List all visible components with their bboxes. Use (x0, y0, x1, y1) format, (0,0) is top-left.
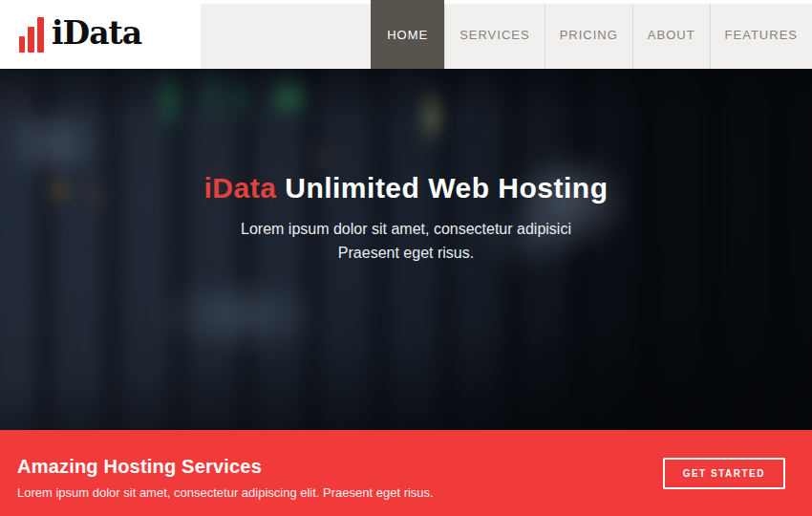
hero-subtitle-line-2: Praesent eget risus. (0, 241, 812, 265)
hero-title: iData Unlimited Web Hosting (0, 172, 812, 204)
nav-item-pricing[interactable]: PRICING (545, 0, 632, 69)
cta-heading: Amazing Hosting Services (17, 456, 434, 478)
hero-section: iData Unlimited Web Hosting Lorem ipsum … (0, 69, 812, 430)
hero-content: iData Unlimited Web Hosting Lorem ipsum … (0, 69, 812, 265)
main-nav: HOME SERVICES PRICING ABOUT FEATURES (201, 0, 812, 69)
get-started-button[interactable]: GET STARTED (663, 458, 785, 489)
cta-copy: Lorem ipsum dolor sit amet, consectetur … (17, 485, 434, 500)
nav-item-home[interactable]: HOME (371, 0, 444, 69)
hero-title-rest: Unlimited Web Hosting (276, 172, 608, 204)
page: iData HOME SERVICES PRICING ABOUT FEATUR… (0, 0, 812, 516)
bar-chart-logo-icon (19, 16, 44, 54)
nav-item-services[interactable]: SERVICES (444, 0, 545, 69)
hero-subtitle: Lorem ipsum dolor sit amet, consectetur … (0, 217, 812, 265)
nav-item-about[interactable]: ABOUT (632, 0, 710, 69)
nav-item-features[interactable]: FEATURES (710, 0, 812, 69)
cta-banner: Amazing Hosting Services Lorem ipsum dol… (0, 430, 812, 516)
hero-title-accent: iData (204, 172, 277, 204)
site-header: iData HOME SERVICES PRICING ABOUT FEATUR… (0, 0, 812, 69)
logo[interactable]: iData (0, 0, 141, 69)
cta-text-block: Amazing Hosting Services Lorem ipsum dol… (17, 456, 434, 500)
hero-subtitle-line-1: Lorem ipsum dolor sit amet, consectetur … (0, 217, 812, 241)
logo-text: iData (52, 17, 141, 49)
